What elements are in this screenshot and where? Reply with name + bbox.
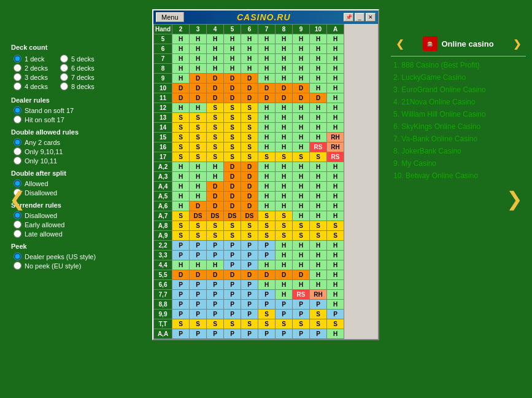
peek-eu[interactable]: No peek (EU style) xyxy=(13,262,148,270)
strategy-cell: H xyxy=(207,34,224,44)
deck-5-option[interactable]: 5 decks xyxy=(60,55,94,63)
strategy-cell: S xyxy=(207,221,224,231)
table-row: 8,8PPPPPPPPPH xyxy=(154,300,344,310)
double-split-allowed[interactable]: Allowed xyxy=(13,179,148,187)
double-10-11-option[interactable]: Only 10,11 xyxy=(13,157,148,165)
surrender-late[interactable]: Late allowed xyxy=(13,230,148,238)
strategy-cell: S xyxy=(172,231,190,241)
deck-4-option[interactable]: 4 decks xyxy=(13,82,48,90)
strategy-cell: S xyxy=(224,103,241,113)
strategy-cell: RH xyxy=(327,142,344,152)
strategy-cell: H xyxy=(258,133,276,142)
strategy-cell: H xyxy=(327,300,344,310)
deck-2-option[interactable]: 2 decks xyxy=(13,64,48,72)
online-header-title: Online casino xyxy=(441,39,493,49)
casino-list-item[interactable]: 4. 21Nova Online Casino xyxy=(391,96,526,108)
strategy-cell: D xyxy=(276,84,293,93)
surrender-label: Surrender rules xyxy=(11,201,148,209)
casino-list-item[interactable]: 6. SkyKings Online Casino xyxy=(391,120,526,133)
surrender-early[interactable]: Early allowed xyxy=(13,220,148,228)
deck-6-option[interactable]: 6 decks xyxy=(60,64,94,72)
minimize-button[interactable]: _ xyxy=(355,13,364,21)
strategy-cell: P xyxy=(190,329,207,339)
casino-list-item[interactable]: 2. LuckyGame Casino xyxy=(391,71,526,84)
table-row: 15SSSSSHHHHRH xyxy=(154,133,344,142)
double-split-disallowed[interactable]: Disallowed xyxy=(13,189,148,197)
casino-list-item[interactable]: 3. EuroGrand Online Casino xyxy=(391,84,526,96)
deck-8-option[interactable]: 8 decks xyxy=(60,82,94,90)
strategy-cell: DS xyxy=(207,211,224,221)
casino-list-item[interactable]: 5. William Hill Online Casino xyxy=(391,108,526,120)
casino-list-item[interactable]: 8. JokerBank Casino xyxy=(391,145,526,157)
strategy-cell: H xyxy=(276,64,293,74)
deck-1-option[interactable]: 1 deck xyxy=(13,55,48,63)
strategy-cell: S xyxy=(172,319,190,329)
strategy-cell: S xyxy=(310,152,327,162)
table-row: 7HHHHHHHHHH xyxy=(154,54,344,64)
strategy-cell: H xyxy=(258,162,276,172)
strategy-cell: S xyxy=(224,231,241,241)
strategy-cell: H xyxy=(276,172,293,182)
strategy-cell: D xyxy=(258,93,276,103)
double-any2-option[interactable]: Any 2 cards xyxy=(13,138,148,146)
hand-cell: 10 xyxy=(154,84,172,93)
strategy-cell: H xyxy=(310,192,327,201)
strategy-cell: S xyxy=(241,319,258,329)
casino-list-item[interactable]: 7. Va-Bank Online Casino xyxy=(391,133,526,145)
table-row: 5HHHHHHHHHH xyxy=(154,34,344,44)
strategy-cell: H xyxy=(276,123,293,133)
strategy-cell: H xyxy=(258,172,276,182)
strategy-cell: P xyxy=(190,290,207,300)
hand-cell: 5,5 xyxy=(154,270,172,280)
online-next-button[interactable]: ❯ xyxy=(513,38,521,50)
deck-7-option[interactable]: 7 decks xyxy=(60,73,94,81)
strategy-cell: H xyxy=(276,44,293,54)
left-arrow-button[interactable]: ❮ xyxy=(9,187,26,211)
online-prev-button[interactable]: ❮ xyxy=(396,38,404,50)
strategy-cell: P xyxy=(224,290,241,300)
strategy-cell: H xyxy=(327,211,344,221)
strategy-cell: D xyxy=(224,201,241,211)
table-row: 10DDDDDDDDHH xyxy=(154,84,344,93)
strategy-cell: H xyxy=(276,113,293,123)
pin-button[interactable]: 📌 xyxy=(344,13,353,21)
window-controls: 📌 _ ✕ xyxy=(344,13,376,21)
strategy-cell: H xyxy=(327,280,344,290)
deck-3-option[interactable]: 3 decks xyxy=(13,73,48,81)
stand-soft17-option[interactable]: Stand on soft 17 xyxy=(13,106,148,114)
table-row: T,TSSSSSSSSSS xyxy=(154,319,344,329)
hand-header: Hand xyxy=(154,25,172,34)
right-arrow-button[interactable]: ❯ xyxy=(506,187,523,211)
menu-button[interactable]: Menu xyxy=(156,12,184,22)
strategy-cell: D xyxy=(276,270,293,280)
strategy-cell: P xyxy=(172,329,190,339)
strategy-cell: D xyxy=(190,74,207,84)
casino-list-item[interactable]: 10. Betway Online Casino xyxy=(391,170,526,182)
strategy-cell: H xyxy=(224,44,241,54)
strategy-cell: H xyxy=(310,260,327,270)
strategy-cell: P xyxy=(241,280,258,290)
strategy-cell: S xyxy=(258,310,276,319)
strategy-cell: H xyxy=(190,162,207,172)
col-10-header: 10 xyxy=(310,25,327,34)
peek-us[interactable]: Dealer peeks (US style) xyxy=(13,252,148,260)
strategy-cell: H xyxy=(310,113,327,123)
hand-cell: 5 xyxy=(154,34,172,44)
casino-list-item[interactable]: 9. My Casino xyxy=(391,157,526,170)
casino-list-item[interactable]: 1. 888 Casino (Best Profit) xyxy=(391,59,526,71)
surrender-disallowed[interactable]: Disallowed xyxy=(13,211,148,219)
double-9-10-11-option[interactable]: Only 9,10,11 xyxy=(13,147,148,155)
table-row: 11DDDDDDDDDH xyxy=(154,93,344,103)
hand-cell: 8 xyxy=(154,64,172,74)
strategy-cell: H xyxy=(276,251,293,260)
hit-soft17-option[interactable]: Hit on soft 17 xyxy=(13,115,148,123)
strategy-cell: S xyxy=(190,221,207,231)
close-button[interactable]: ✕ xyxy=(366,13,376,21)
strategy-cell: P xyxy=(172,280,190,290)
strategy-cell: H xyxy=(190,54,207,64)
hand-cell: 9 xyxy=(154,74,172,84)
strategy-cell: H xyxy=(276,241,293,251)
strategy-cell: S xyxy=(276,231,293,241)
strategy-cell: H xyxy=(190,34,207,44)
hand-cell: 2,2 xyxy=(154,241,172,251)
